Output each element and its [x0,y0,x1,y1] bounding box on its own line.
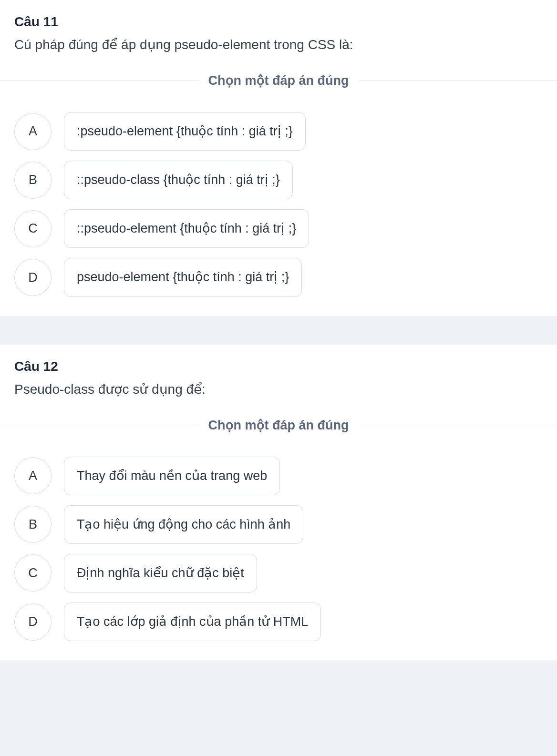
divider-line [0,425,199,425]
instruction-divider: Chọn một đáp án đúng [0,73,557,88]
option-text-b[interactable]: ::pseudo-class {thuộc tính : giá trị ;} [64,161,293,199]
question-text: Cú pháp đúng để áp dụng pseudo-element t… [14,35,543,54]
question-number: Câu 12 [14,359,543,374]
option-row: A Thay đổi màu nền của trang web [14,457,543,495]
option-row: D Tạo các lớp giả định của phần tử HTML [14,603,543,641]
divider-line [359,81,557,81]
option-letter-b[interactable]: B [14,506,52,543]
instruction-divider: Chọn một đáp án đúng [0,418,557,433]
question-card-11: Câu 11 Cú pháp đúng để áp dụng pseudo-el… [0,0,557,316]
option-row: B Tạo hiệu ứng động cho các hình ảnh [14,505,543,544]
option-row: C ::pseudo-element {thuộc tính : giá trị… [14,209,543,248]
option-text-d[interactable]: Tạo các lớp giả định của phần tử HTML [64,603,321,641]
option-letter-d[interactable]: D [14,603,52,641]
option-text-d[interactable]: pseudo-element {thuộc tính : giá trị ;} [64,258,302,296]
option-row: C Định nghĩa kiểu chữ đặc biệt [14,554,543,593]
option-letter-a[interactable]: A [14,113,52,150]
options-list: A :pseudo-element {thuộc tính : giá trị … [14,112,543,296]
option-text-b[interactable]: Tạo hiệu ứng động cho các hình ảnh [64,505,303,544]
option-text-a[interactable]: :pseudo-element {thuộc tính : giá trị ;} [64,112,306,151]
option-row: A :pseudo-element {thuộc tính : giá trị … [14,112,543,151]
option-letter-c[interactable]: C [14,210,52,247]
option-text-c[interactable]: Định nghĩa kiểu chữ đặc biệt [64,554,257,593]
option-letter-d[interactable]: D [14,259,52,296]
divider-line [359,425,557,425]
option-letter-a[interactable]: A [14,457,52,494]
option-row: B ::pseudo-class {thuộc tính : giá trị ;… [14,161,543,199]
option-letter-c[interactable]: C [14,554,52,592]
option-row: D pseudo-element {thuộc tính : giá trị ;… [14,258,543,296]
question-number: Câu 11 [14,14,543,30]
options-list: A Thay đổi màu nền của trang web B Tạo h… [14,457,543,641]
option-letter-b[interactable]: B [14,162,52,199]
instruction-text: Chọn một đáp án đúng [199,418,359,433]
instruction-text: Chọn một đáp án đúng [199,73,359,88]
option-text-c[interactable]: ::pseudo-element {thuộc tính : giá trị ;… [64,209,309,248]
question-card-12: Câu 12 Pseudo-class được sử dụng để: Chọ… [0,345,557,661]
divider-line [0,81,199,81]
question-text: Pseudo-class được sử dụng để: [14,380,543,398]
option-text-a[interactable]: Thay đổi màu nền của trang web [64,457,280,495]
